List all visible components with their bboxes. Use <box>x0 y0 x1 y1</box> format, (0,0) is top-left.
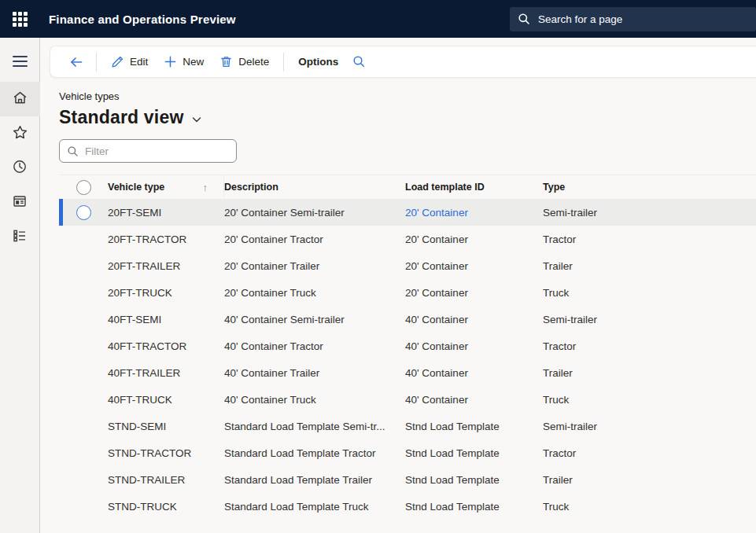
page-search-box[interactable]: Search for a page <box>510 7 756 31</box>
home-icon <box>12 90 28 109</box>
cell-load-template-id[interactable]: Stnd Load Template <box>405 421 543 432</box>
cell-vehicle-type[interactable]: STND-TRAILER <box>108 474 224 486</box>
table-row[interactable]: 40FT-TRAILER 40' Container Trailer 40' C… <box>59 359 756 386</box>
new-button[interactable]: New <box>156 50 212 73</box>
table-row[interactable]: STND-TRAILER Standard Load Template Trai… <box>59 466 756 493</box>
cell-load-template-id[interactable]: 20' Container <box>405 260 543 272</box>
delete-button-label: Delete <box>238 56 269 68</box>
cell-vehicle-type[interactable]: 40FT-TRUCK <box>108 394 224 406</box>
cell-vehicle-type[interactable]: STND-TRACTOR <box>108 447 224 459</box>
sidebar-item-favorites[interactable] <box>0 116 40 151</box>
cell-load-template-id[interactable]: 40' Container <box>405 314 543 325</box>
cell-type: Semi-trailer <box>543 314 756 325</box>
cell-vehicle-type[interactable]: 20FT-SEMI <box>108 207 224 219</box>
sidebar-item-modules[interactable] <box>0 220 40 255</box>
cell-vehicle-type[interactable]: STND-SEMI <box>108 421 224 432</box>
table-row[interactable]: 20FT-SEMI 20' Container Semi-trailer 20'… <box>59 199 756 226</box>
search-icon <box>352 55 366 68</box>
table-row[interactable]: 40FT-SEMI 40' Container Semi-trailer 40'… <box>59 306 756 333</box>
cell-load-template-id[interactable]: 20' Container <box>405 287 543 299</box>
left-navigation <box>0 38 40 533</box>
column-header-description[interactable]: Description <box>224 175 405 199</box>
cell-vehicle-type[interactable]: 20FT-TRAILER <box>108 260 224 272</box>
cell-type: Tractor <box>543 447 756 459</box>
grid-header-row: Vehicle type ↑ Description Load template… <box>59 175 756 199</box>
cell-description: 20' Container Semi-trailer <box>224 207 405 219</box>
cell-load-template-id[interactable]: 20' Container <box>405 207 543 219</box>
star-icon <box>12 124 28 144</box>
table-row[interactable]: STND-TRACTOR Standard Load Template Trac… <box>59 439 756 466</box>
cell-description: Standard Load Template Semi-tr... <box>224 421 405 432</box>
page-caption: Vehicle types <box>59 90 756 102</box>
options-menu-button[interactable]: Options <box>290 51 346 72</box>
vehicle-types-grid: Vehicle type ↑ Description Load template… <box>59 175 756 520</box>
table-row[interactable]: 20FT-TRAILER 20' Container Trailer 20' C… <box>59 252 756 279</box>
cell-type: Tractor <box>543 340 756 352</box>
table-row[interactable]: STND-TRUCK Standard Load Template Truck … <box>59 493 756 520</box>
app-launcher-button[interactable] <box>0 0 39 38</box>
table-body: 20FT-SEMI 20' Container Semi-trailer 20'… <box>59 199 756 520</box>
table-row[interactable]: 40FT-TRUCK 40' Container Truck 40' Conta… <box>59 386 756 413</box>
cell-type: Semi-trailer <box>543 207 756 219</box>
page-content: Vehicle types Standard view <box>40 78 756 533</box>
delete-button[interactable]: Delete <box>212 50 277 73</box>
hamburger-icon <box>13 56 28 67</box>
command-bar: Edit New Delete Optio <box>50 46 756 78</box>
select-all-checkbox[interactable] <box>59 175 108 199</box>
cell-description: 40' Container Trailer <box>224 367 405 379</box>
table-row[interactable]: STND-SEMI Standard Load Template Semi-tr… <box>59 413 756 439</box>
cell-description: Standard Load Template Truck <box>224 501 405 513</box>
column-header-vehicle-type[interactable]: Vehicle type ↑ <box>108 175 224 199</box>
column-header-load-template-id[interactable]: Load template ID <box>405 175 543 199</box>
toolbar-search-button[interactable] <box>346 50 372 73</box>
cell-load-template-id[interactable]: 40' Container <box>405 394 543 406</box>
table-row[interactable]: 20FT-TRACTOR 20' Container Tractor 20' C… <box>59 226 756 252</box>
column-header-label: Vehicle type <box>108 182 164 193</box>
view-selector[interactable]: Standard view <box>59 107 202 128</box>
cell-description: 20' Container Trailer <box>224 260 405 272</box>
checkbox-circle-icon <box>76 180 91 195</box>
sidebar-item-recent[interactable] <box>0 151 40 186</box>
view-title: Standard view <box>59 107 184 128</box>
cell-load-template-id[interactable]: Stnd Load Template <box>405 501 543 513</box>
expand-menu-button[interactable] <box>0 44 40 79</box>
grid-filter <box>59 139 237 163</box>
table-row[interactable]: 20FT-TRUCK 20' Container Truck 20' Conta… <box>59 279 756 306</box>
filter-input[interactable] <box>85 145 229 157</box>
cell-description: Standard Load Template Tractor <box>224 447 405 459</box>
back-arrow-icon <box>69 55 83 69</box>
sidebar-item-workspaces[interactable] <box>0 186 40 220</box>
back-button[interactable] <box>63 50 90 74</box>
plus-icon <box>164 55 177 68</box>
column-header-type[interactable]: Type <box>543 175 756 199</box>
cell-type: Truck <box>543 501 756 513</box>
table-row[interactable]: 40FT-TRACTOR 40' Container Tractor 40' C… <box>59 333 756 359</box>
column-header-label: Description <box>224 182 278 193</box>
cell-description: 20' Container Truck <box>224 287 405 299</box>
cell-vehicle-type[interactable]: 40FT-TRACTOR <box>108 340 224 352</box>
sidebar-item-home[interactable] <box>0 82 40 116</box>
filter-search-icon <box>67 145 79 157</box>
radio-circle-icon <box>76 205 91 220</box>
cell-vehicle-type[interactable]: 40FT-SEMI <box>108 314 224 325</box>
chevron-down-icon <box>191 114 202 125</box>
edit-button[interactable]: Edit <box>103 50 156 73</box>
cell-load-template-id[interactable]: Stnd Load Template <box>405 447 543 459</box>
cell-vehicle-type[interactable]: 20FT-TRACTOR <box>108 233 224 245</box>
page-search-placeholder: Search for a page <box>538 13 622 25</box>
cell-vehicle-type[interactable]: 20FT-TRUCK <box>108 287 224 299</box>
toolbar-divider <box>96 53 97 72</box>
cell-load-template-id[interactable]: 20' Container <box>405 233 543 245</box>
cell-description: 20' Container Tractor <box>224 233 405 245</box>
main-area: Edit New Delete Optio <box>40 38 756 533</box>
app-title: Finance and Operations Preview <box>49 13 236 26</box>
cell-vehicle-type[interactable]: 40FT-TRAILER <box>108 367 224 379</box>
cell-description: 40' Container Tractor <box>224 340 405 352</box>
cell-load-template-id[interactable]: 40' Container <box>405 340 543 352</box>
cell-load-template-id[interactable]: Stnd Load Template <box>405 474 543 486</box>
row-select-cell[interactable] <box>59 205 108 220</box>
sort-ascending-icon: ↑ <box>203 182 216 193</box>
cell-load-template-id[interactable]: 40' Container <box>405 367 543 379</box>
cell-vehicle-type[interactable]: STND-TRUCK <box>108 501 224 513</box>
column-header-label: Load template ID <box>405 182 485 193</box>
